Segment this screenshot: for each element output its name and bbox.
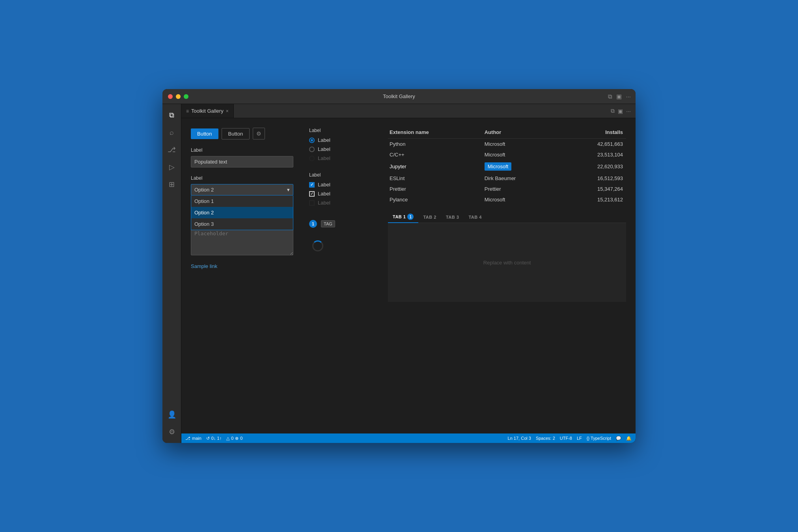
checkmark-icon-1: ✓	[310, 182, 313, 187]
status-branch[interactable]: ⎇ main	[185, 436, 201, 441]
chevron-down-icon: ▾	[287, 187, 290, 193]
selected-author-badge: Microsoft	[485, 162, 512, 171]
radio-input-2[interactable]	[309, 147, 315, 152]
tab-4[interactable]: TAB 4	[464, 212, 486, 222]
tab-2-label: TAB 2	[423, 215, 436, 219]
ext-installs-eslint: 16,512,593	[561, 173, 626, 184]
radio-input-1[interactable]	[309, 138, 315, 143]
table-row[interactable]: Python Microsoft 42,651,663	[388, 139, 626, 150]
checkbox-box-2[interactable]: ✓	[309, 191, 315, 197]
dropdown-select[interactable]: Option 2 ▾	[191, 184, 293, 195]
primary-button[interactable]: Button	[191, 128, 218, 139]
more-actions-icon[interactable]: ···	[626, 93, 631, 100]
mid-column: Label Label Label	[309, 128, 372, 424]
status-position[interactable]: Ln 17, Col 3	[508, 436, 531, 441]
dropdown-section: Label Option 2 ▾ Option 1 Option 2 Optio…	[191, 175, 293, 195]
layout-toggle-icon[interactable]: ▣	[618, 108, 623, 114]
dropdown-option-1[interactable]: Option 1	[191, 195, 293, 207]
status-encoding[interactable]: UTF-8	[560, 436, 572, 441]
tab-1-label: TAB 1	[393, 214, 406, 219]
checkbox-item-2[interactable]: ✓ Label	[309, 191, 372, 197]
ext-author-pylance: Microsoft	[483, 194, 561, 205]
radio-item-2[interactable]: Label	[309, 146, 372, 152]
tab-2[interactable]: TAB 2	[418, 212, 441, 222]
activity-explorer-icon[interactable]: ⧉	[164, 107, 180, 123]
tab-3-label: TAB 3	[446, 215, 459, 219]
radio-section: Label Label Label	[309, 128, 372, 161]
table-row[interactable]: Pylance Microsoft 15,213,612	[388, 194, 626, 205]
panel: Button Button ⚙ Label	[181, 118, 636, 433]
activity-account-icon[interactable]: 👤	[164, 407, 180, 422]
activity-run-icon[interactable]: ▷	[164, 159, 180, 175]
tab-label: Toolkit Gallery	[191, 108, 224, 114]
table-row[interactable]: Prettier Prettier 15,347,264	[388, 184, 626, 194]
tab-3[interactable]: TAB 3	[441, 212, 464, 222]
badge-count: 1	[309, 220, 317, 228]
table-row[interactable]: C/C++ Microsoft 23,513,104	[388, 149, 626, 160]
tab-4-label: TAB 4	[468, 215, 481, 219]
activity-search-icon[interactable]: ⌕	[164, 125, 180, 140]
ext-name-pylance: Pylance	[388, 194, 483, 205]
status-feedback[interactable]: 💬	[616, 436, 621, 441]
branch-icon: ⎇	[185, 436, 190, 441]
status-bar: ⎇ main ↺ 0↓ 1↑ △ 0 ⊗ 0 Ln 17, Col 3	[181, 433, 636, 443]
tab-actions: ⧉ ▣ ···	[611, 108, 636, 114]
table-row[interactable]: ESLint Dirk Baeumer 16,512,593	[388, 173, 626, 184]
ext-installs-pylance: 15,213,612	[561, 194, 626, 205]
tab-close-icon[interactable]: ×	[226, 108, 229, 114]
line-ending-label: LF	[577, 436, 582, 441]
badge-row: 1 TAG	[309, 220, 372, 228]
ext-name-eslint: ESLint	[388, 173, 483, 184]
spaces-label: Spaces: 2	[536, 436, 555, 441]
more-icon[interactable]: ···	[626, 108, 631, 114]
ext-name-jupyter: Jupyter	[388, 160, 483, 173]
activity-source-control-icon[interactable]: ⎇	[164, 142, 180, 158]
button-section: Button Button ⚙	[191, 128, 293, 140]
checkbox-section: Label ✓ Label ✓	[309, 172, 372, 206]
dropdown-option-3[interactable]: Option 3	[191, 218, 293, 230]
checkbox-box-1[interactable]: ✓	[309, 182, 315, 188]
secondary-button[interactable]: Button	[222, 128, 250, 140]
sample-link[interactable]: Sample link	[191, 263, 293, 269]
settings-button[interactable]: ⚙	[253, 128, 265, 140]
layout-icon[interactable]: ▣	[616, 93, 622, 100]
dropdown-option-2[interactable]: Option 2	[191, 207, 293, 218]
maximize-button[interactable]	[184, 94, 188, 99]
minimize-button[interactable]	[176, 94, 181, 99]
encoding-label: UTF-8	[560, 436, 572, 441]
ext-author-python: Microsoft	[483, 139, 561, 150]
textarea-input[interactable]	[191, 228, 293, 255]
tab-bar: ≡ Toolkit Gallery × ⧉ ▣ ···	[181, 104, 636, 118]
close-button[interactable]	[168, 94, 173, 99]
radio-label: Label	[309, 128, 372, 133]
status-spaces[interactable]: Spaces: 2	[536, 436, 555, 441]
titlebar-actions: ⧉ ▣ ···	[608, 93, 631, 100]
split-icon[interactable]: ⧉	[611, 108, 615, 114]
status-warnings[interactable]: △ 0 ⊗ 0	[226, 436, 242, 441]
dropdown-label: Label	[191, 175, 293, 181]
status-language[interactable]: {} TypeScript	[587, 436, 611, 441]
sync-icon: ↺	[206, 436, 210, 441]
checkbox-item-label-3: Label	[318, 200, 330, 206]
checkmark-icon-2: ✓	[310, 192, 313, 196]
status-sync[interactable]: ↺ 0↓ 1↑	[206, 436, 222, 441]
text-input-section: Label	[191, 147, 293, 167]
status-line-ending[interactable]: LF	[577, 436, 582, 441]
activity-settings-icon[interactable]: ⚙	[164, 424, 180, 440]
text-input[interactable]	[191, 156, 293, 167]
radio-item-label-1: Label	[318, 137, 330, 143]
tab-headers: TAB 1 1 TAB 2 TAB 3 TAB 4	[388, 211, 626, 223]
status-notifications[interactable]: 🔔	[626, 436, 632, 441]
tab-1[interactable]: TAB 1 1	[388, 211, 418, 223]
tab-toolkit-gallery[interactable]: ≡ Toolkit Gallery ×	[181, 104, 234, 118]
checkbox-item-1[interactable]: ✓ Label	[309, 182, 372, 188]
table-row-selected[interactable]: Jupyter Microsoft 22,620,933	[388, 160, 626, 173]
ext-name-cpp: C/C++	[388, 149, 483, 160]
checkbox-item-label-1: Label	[318, 182, 330, 188]
radio-item-1[interactable]: Label	[309, 137, 372, 143]
activity-extensions-icon[interactable]: ⊞	[164, 177, 180, 192]
table-header: Extension name Author Installs	[388, 128, 626, 139]
app-window: Toolkit Gallery ⧉ ▣ ··· ⧉ ⌕ ⎇ ▷ ⊞ 👤 ⚙ ≡ …	[162, 89, 636, 443]
branch-name: main	[192, 436, 201, 441]
split-editor-icon[interactable]: ⧉	[608, 93, 612, 100]
